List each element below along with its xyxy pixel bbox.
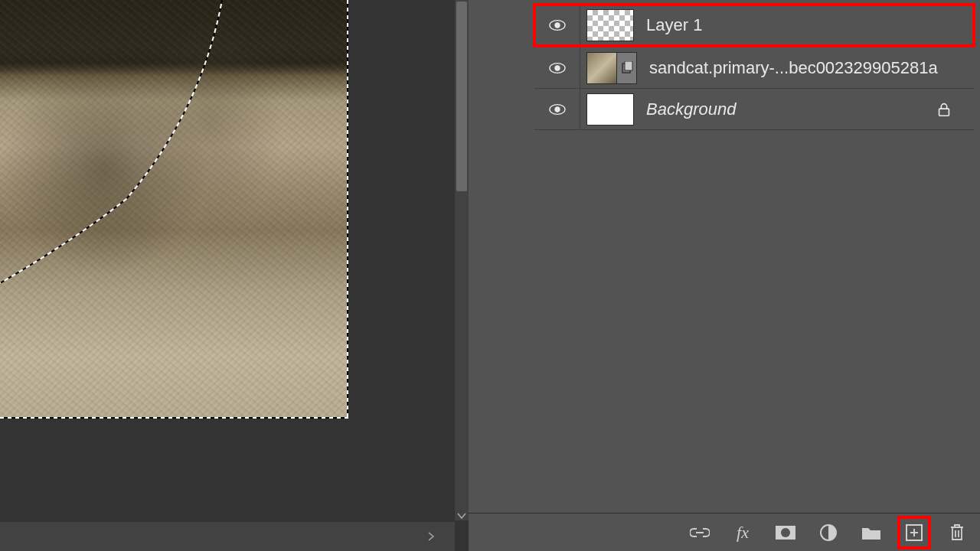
vertical-scrollbar-thumb[interactable] [456,2,467,191]
marching-ants-bottom [0,417,348,419]
trash-icon[interactable] [946,522,968,543]
layers-panel: Layer 1 sandcat.primary-...bec0023299052… [469,0,980,551]
svg-point-10 [781,528,790,537]
group-icon[interactable] [861,522,882,543]
layer-thumbnail[interactable] [586,9,634,41]
svg-point-3 [554,65,560,70]
layers-panel-bottom-bar: fx [469,513,980,551]
eye-icon [549,62,566,74]
layer-row-layer1[interactable]: Layer 1 [534,5,974,46]
visibility-toggle[interactable] [534,89,580,129]
link-layers-icon[interactable] [689,522,710,543]
svg-point-1 [554,22,560,28]
layer-name-label[interactable]: sandcat.primary-...bec002329905281a [649,58,974,78]
mask-icon[interactable] [775,522,796,543]
eye-icon [549,19,566,31]
vertical-scrollbar[interactable] [455,0,469,520]
adjustment-layer-icon[interactable] [818,522,839,543]
svg-rect-8 [939,109,949,116]
svg-rect-5 [625,61,632,70]
svg-point-7 [554,106,560,112]
layer-row-smartobject[interactable]: sandcat.primary-...bec002329905281a [534,47,974,89]
chevron-down-icon[interactable] [457,510,466,522]
horizontal-scrollbar[interactable] [0,522,455,551]
visibility-toggle[interactable] [534,5,580,45]
eye-icon [549,103,566,116]
layer-row-background[interactable]: Background [534,89,974,130]
layer-thumbnail[interactable] [586,93,634,126]
document-image[interactable] [0,0,348,419]
layer-thumbnail[interactable] [586,52,617,84]
visibility-toggle[interactable] [534,47,580,88]
chevron-right-icon[interactable] [427,531,435,543]
layer-name-label[interactable]: Background [646,99,936,119]
marching-ants-right [347,0,348,419]
smart-object-badge [617,52,637,84]
fx-icon[interactable]: fx [732,522,753,543]
new-layer-icon[interactable] [903,522,925,543]
lock-icon [936,101,952,118]
layer-name-label[interactable]: Layer 1 [646,15,974,35]
canvas-area[interactable] [0,0,469,551]
layers-list: Layer 1 sandcat.primary-...bec0023299052… [469,0,980,513]
